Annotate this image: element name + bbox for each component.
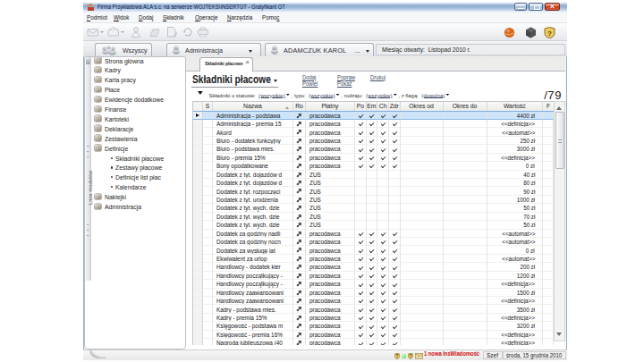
svg-text:?: ? bbox=[410, 354, 412, 358]
svg-text:?: ? bbox=[396, 354, 399, 358]
svg-text:?: ? bbox=[547, 29, 552, 37]
